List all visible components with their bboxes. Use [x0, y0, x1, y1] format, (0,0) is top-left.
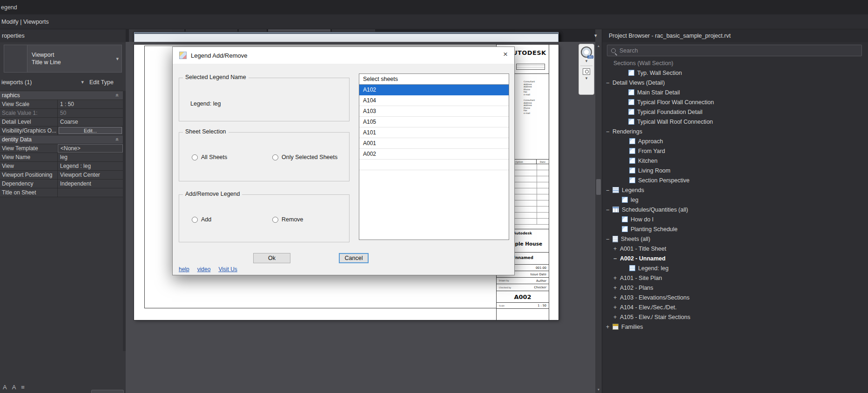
close-icon[interactable]: ×	[503, 50, 508, 59]
radio-icon[interactable]	[272, 154, 278, 160]
tree-item[interactable]: Typical Foundation Detail	[602, 107, 863, 117]
dialog-title-bar[interactable]: Legend Add/Remove ×	[173, 47, 514, 64]
collapse-chevron-icon[interactable]: »	[114, 94, 121, 97]
tree-item[interactable]: +A101 - Site Plan	[602, 273, 863, 283]
expand-icon[interactable]: +	[613, 294, 620, 301]
zoom-region-icon[interactable]	[583, 68, 590, 75]
property-value[interactable]: Legend : leg	[58, 162, 123, 170]
tree-item[interactable]: +A104 - Elev./Sec./Det.	[602, 302, 863, 312]
collapse-icon[interactable]: −	[606, 187, 612, 193]
tree-item[interactable]: −A002 - Unnamed	[602, 253, 863, 263]
sheet-list-item[interactable]: A103	[359, 106, 509, 117]
tree-item[interactable]: How do I	[602, 214, 863, 224]
navigation-bar[interactable]: 2D ▾ ▾	[579, 44, 594, 95]
tree-item[interactable]: −Detail Views (Detail)	[602, 78, 863, 87]
property-section-header[interactable]: raphics»	[0, 91, 123, 100]
tree-item[interactable]: Typ. Wall Section	[602, 68, 863, 78]
tree-item[interactable]: −Legends	[602, 185, 863, 195]
dialog-link[interactable]: Visit Us	[218, 266, 237, 273]
tree-item[interactable]: Living Room	[602, 166, 863, 175]
radio-only-selected-sheets[interactable]: Only Selected Sheets	[272, 154, 337, 160]
dialog-link[interactable]: help	[179, 266, 189, 273]
expand-icon[interactable]: +	[613, 304, 620, 311]
expand-icon[interactable]: +	[613, 275, 620, 281]
tree-item[interactable]: Planting Schedule	[602, 224, 863, 234]
canvas-scrollbar[interactable]: ▲ ▼	[595, 42, 602, 393]
property-value[interactable]: Independent	[58, 180, 123, 188]
dialog-link[interactable]: video	[197, 266, 211, 273]
radio-all-sheets[interactable]: All Sheets	[192, 154, 227, 160]
sheet-list-item[interactable]: A002	[359, 149, 509, 160]
tree-item[interactable]: Sections (Wall Section)	[602, 58, 863, 68]
scrollbar-thumb[interactable]	[596, 179, 601, 195]
tree-item[interactable]: Section Perspective	[602, 175, 863, 185]
expand-icon[interactable]: +	[613, 246, 620, 252]
edit-button[interactable]: Edit...	[59, 127, 122, 134]
ok-button[interactable]: Ok	[253, 253, 290, 263]
mode-label[interactable]: Modify | Viewports	[1, 19, 49, 25]
expand-icon[interactable]: +	[606, 324, 612, 330]
sheet-list-item[interactable]: A105	[359, 117, 509, 127]
property-value[interactable]: Coarse	[58, 118, 123, 126]
document-tab[interactable]: A102 - Plans	[332, 29, 375, 42]
property-value[interactable]	[58, 188, 123, 197]
status-bar-partial-button[interactable]	[91, 390, 124, 393]
sheet-list-item[interactable]: A001	[359, 138, 509, 149]
sheet-list-item[interactable]: A101	[359, 127, 509, 138]
tree-item[interactable]: Main Stair Detail	[602, 87, 863, 97]
expand-icon[interactable]: +	[613, 285, 620, 291]
tree-item[interactable]: −Schedules/Quantities (all)	[602, 205, 863, 214]
scroll-down-icon[interactable]: ▼	[595, 386, 602, 393]
collapse-icon[interactable]: −	[606, 236, 612, 242]
collapse-icon[interactable]: −	[613, 255, 620, 262]
tree-item[interactable]: Approach	[602, 136, 863, 146]
property-section-header[interactable]: dentity Data»	[0, 135, 123, 144]
property-value[interactable]: <None>	[58, 144, 123, 153]
scroll-up-icon[interactable]: ▲	[595, 42, 602, 49]
tree-item[interactable]: +A105 - Elev./ Stair Sections	[602, 312, 863, 322]
project-browser-title[interactable]: Project Browser - rac_basic_sample_proje…	[602, 29, 868, 42]
property-value[interactable]: leg	[58, 153, 123, 161]
tree-item[interactable]: Kitchen	[602, 156, 863, 166]
property-value[interactable]: Viewport Center	[58, 171, 123, 179]
properties-filter-combo[interactable]: iewports (1) ▾	[0, 76, 87, 88]
radio-icon[interactable]	[192, 217, 198, 223]
text-toggle-a2-icon[interactable]: A	[12, 384, 16, 391]
sheet-list-item[interactable]: A102	[359, 85, 509, 95]
steering-wheel-icon[interactable]: 2D	[581, 47, 592, 58]
collapse-chevron-icon[interactable]: »	[114, 138, 121, 141]
property-value[interactable]: Edit...	[58, 127, 123, 135]
sheet-list-item[interactable]: A104	[359, 95, 509, 106]
tree-item[interactable]: Typical Floor Wall Connection	[602, 97, 863, 107]
property-value[interactable]: 1 : 50	[58, 100, 123, 108]
radio-remove[interactable]: Remove	[272, 216, 303, 223]
chevron-down-icon[interactable]: ▾	[585, 76, 588, 80]
tree-item[interactable]: +A103 - Elevations/Sections	[602, 293, 863, 302]
list-icon[interactable]: ≡	[21, 384, 25, 391]
tree-item[interactable]: +A102 - Plans	[602, 283, 863, 293]
collapse-icon[interactable]: −	[606, 80, 612, 86]
property-value[interactable]: 50	[58, 109, 123, 117]
tree-item[interactable]: leg	[602, 195, 863, 205]
radio-icon[interactable]	[272, 217, 278, 223]
type-selector[interactable]: Viewport Title w Line ▾	[4, 45, 122, 73]
chevron-down-icon[interactable]: ▾	[116, 56, 119, 62]
tab-list-chevron-icon[interactable]: ▾	[594, 33, 597, 39]
tree-item[interactable]: +A001 - Title Sheet	[602, 244, 863, 253]
radio-icon[interactable]	[192, 154, 198, 160]
collapse-icon[interactable]: −	[606, 206, 612, 213]
expand-icon[interactable]: +	[613, 314, 620, 320]
text-toggle-a1-icon[interactable]: A	[3, 384, 7, 391]
collapse-icon[interactable]: −	[606, 128, 612, 135]
tree-item[interactable]: −Renderings	[602, 127, 863, 136]
tree-item[interactable]: −Sheets (all)	[602, 234, 863, 244]
cancel-button[interactable]: Cancel	[339, 253, 369, 263]
edit-type-button[interactable]: Edit Type	[89, 76, 122, 88]
radio-add[interactable]: Add	[192, 216, 211, 223]
search-box[interactable]: Search	[607, 45, 862, 56]
tree-item[interactable]: Typical Wall Roof Connection	[602, 117, 863, 127]
tree-item[interactable]: Legend: leg	[602, 263, 863, 273]
tree-item[interactable]: +Families	[602, 322, 863, 332]
tree-item[interactable]: From Yard	[602, 146, 863, 156]
chevron-down-icon[interactable]: ▾	[585, 59, 588, 63]
